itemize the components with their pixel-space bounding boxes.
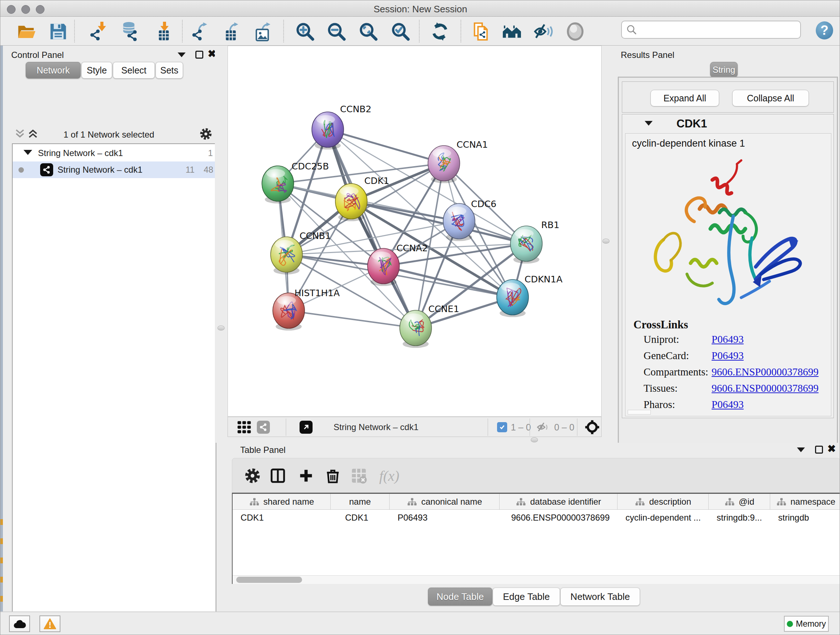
export-network-button[interactable]	[189, 21, 211, 42]
table-options-button[interactable]	[243, 466, 262, 485]
warnings-button[interactable]	[39, 616, 60, 632]
cell-description[interactable]: cyclin-dependent ...	[617, 510, 709, 526]
add-column-button[interactable]	[297, 466, 316, 485]
tab-select[interactable]: Select	[113, 62, 155, 79]
splitter-handle[interactable]	[602, 239, 609, 244]
open-in-window-button[interactable]	[300, 419, 313, 435]
pharos-link[interactable]: P06493	[712, 399, 744, 410]
search-input[interactable]	[637, 22, 800, 37]
cell-canonical-name[interactable]: P06493	[390, 510, 500, 526]
float-panel-button[interactable]	[815, 446, 823, 454]
cloud-button[interactable]	[9, 616, 30, 632]
cell-namespace[interactable]: stringdb	[770, 510, 840, 526]
panel-splitter-right[interactable]	[602, 46, 615, 443]
network-node-CCNE1[interactable]: CCNE1	[400, 304, 459, 348]
tab-style[interactable]: Style	[81, 62, 112, 79]
show-all-nodes-button[interactable]	[501, 21, 523, 42]
uniprot-link[interactable]: P06493	[712, 333, 744, 345]
refresh-layout-button[interactable]	[429, 21, 451, 42]
open-session-button[interactable]	[16, 21, 37, 42]
panel-menu-button[interactable]	[797, 447, 805, 454]
panel-splitter-left[interactable]	[215, 46, 227, 443]
network-node-CDKN1A[interactable]: CDKN1A	[497, 274, 562, 317]
column-header-canonical-name[interactable]: canonical name	[390, 494, 500, 510]
network-edge-CCNB2-CCNA1[interactable]	[328, 130, 444, 163]
function-builder-button[interactable]: f(x)	[375, 466, 404, 485]
column-header-id[interactable]: @id	[709, 494, 770, 510]
import-network-from-database-button[interactable]	[118, 21, 141, 42]
birdseye-grid-button[interactable]	[237, 419, 252, 435]
show-columns-button[interactable]	[268, 466, 287, 485]
network-node-HIST1H1A[interactable]: HIST1H1A	[273, 288, 340, 331]
zoom-out-icon	[327, 22, 346, 41]
zoom-fit-button[interactable]	[357, 21, 379, 42]
export-image-button[interactable]	[252, 21, 273, 42]
cell-name[interactable]: CDK1	[331, 510, 390, 526]
horizontal-scrollbar[interactable]	[233, 575, 840, 584]
scrollbar-thumb[interactable]	[236, 577, 302, 583]
column-header-database-identifier[interactable]: database identifier	[500, 494, 617, 510]
tab-sets[interactable]: Sets	[156, 62, 183, 79]
close-panel-button[interactable]: ✖	[827, 445, 836, 453]
delete-table-button[interactable]	[349, 466, 368, 485]
tab-network-table[interactable]: Network Table	[561, 587, 640, 606]
save-session-button[interactable]	[47, 21, 69, 42]
zoom-selected-button[interactable]	[390, 21, 411, 42]
column-header-name[interactable]: name	[331, 494, 390, 510]
node-label-CCNA2: CCNA2	[396, 243, 428, 253]
collapse-entry-icon[interactable]	[645, 121, 653, 126]
horizontal-splitter-handle[interactable]	[531, 437, 538, 442]
collapsed-sidebar-strip[interactable]	[0, 46, 3, 611]
network-node-RB1[interactable]: RB1	[510, 220, 559, 264]
column-header-shared-name[interactable]: shared name	[233, 494, 331, 510]
delete-column-button[interactable]	[324, 466, 342, 485]
cell-database-identifier[interactable]: 9606.ENSP00000378699	[500, 510, 617, 526]
tab-node-table[interactable]: Node Table	[428, 587, 493, 606]
network-options-gear[interactable]	[199, 127, 212, 142]
network-edge-HIST1H1A-CCNE1[interactable]	[289, 310, 416, 328]
toolbar-separator	[182, 20, 183, 42]
panel-menu-button[interactable]	[178, 52, 186, 59]
import-table-button[interactable]	[151, 21, 173, 42]
compartments-link[interactable]: 9606.ENSP00000378699	[712, 366, 819, 378]
search-box	[621, 21, 801, 39]
tab-string-results[interactable]: String	[710, 62, 737, 78]
save-floppy-icon	[49, 22, 68, 41]
show-hidden-button[interactable]	[564, 21, 586, 42]
network-node-CDK1[interactable]: CDK1	[335, 176, 389, 221]
cell-shared-name[interactable]: CDK1	[233, 510, 331, 526]
clone-network-button[interactable]	[470, 21, 492, 42]
tissues-link[interactable]: 9606.ENSP00000378699	[712, 382, 819, 394]
tab-network[interactable]: Network	[26, 62, 81, 79]
float-panel-button[interactable]	[195, 51, 203, 59]
selected-checkbox-icon[interactable]	[497, 422, 507, 432]
mini-scrollbar[interactable]	[628, 410, 651, 415]
collapse-all-button[interactable]: Collapse All	[732, 90, 809, 106]
network-edge-CCNB2-CCNE1[interactable]	[328, 130, 416, 328]
fit-selected-button[interactable]	[584, 419, 600, 435]
export-table-button[interactable]	[220, 21, 242, 42]
network-view[interactable]: CCNB2CCNA1CDC25BCDK1CDC6RB1CCNB1CCNA2CDK…	[227, 46, 602, 417]
collapse-triangle-icon[interactable]	[24, 150, 32, 155]
import-network-button[interactable]	[88, 21, 110, 42]
tab-edge-table[interactable]: Edge Table	[493, 587, 560, 606]
zoom-out-button[interactable]	[325, 21, 347, 42]
network-collection-row[interactable]: String Network – cdk1 1	[13, 145, 216, 162]
string-view-button[interactable]	[257, 419, 270, 435]
selected-counts: 1 – 0	[497, 419, 531, 435]
hide-selected-button[interactable]	[532, 21, 554, 42]
table-row[interactable]: CDK1 CDK1 P06493 9606.ENSP00000378699 cy…	[233, 510, 840, 526]
help-button[interactable]: ?	[816, 21, 833, 40]
shared-column-icon	[635, 498, 645, 506]
column-header-description[interactable]: description	[617, 494, 709, 510]
crosslink-row: GeneCard: P06493	[625, 350, 831, 366]
zoom-in-button[interactable]	[294, 21, 316, 42]
expand-all-button[interactable]: Expand All	[651, 90, 719, 106]
memory-button[interactable]: Memory	[784, 616, 829, 632]
genecard-link[interactable]: P06493	[712, 350, 744, 362]
column-header-namespace[interactable]: namespace	[770, 494, 840, 510]
cell-id[interactable]: stringdb:9...	[709, 510, 770, 526]
splitter-handle[interactable]	[218, 325, 225, 331]
cdk1-entry-header[interactable]: CDK1	[622, 114, 834, 133]
network-row-selected[interactable]: String Network – cdk1 11 48	[13, 162, 216, 178]
